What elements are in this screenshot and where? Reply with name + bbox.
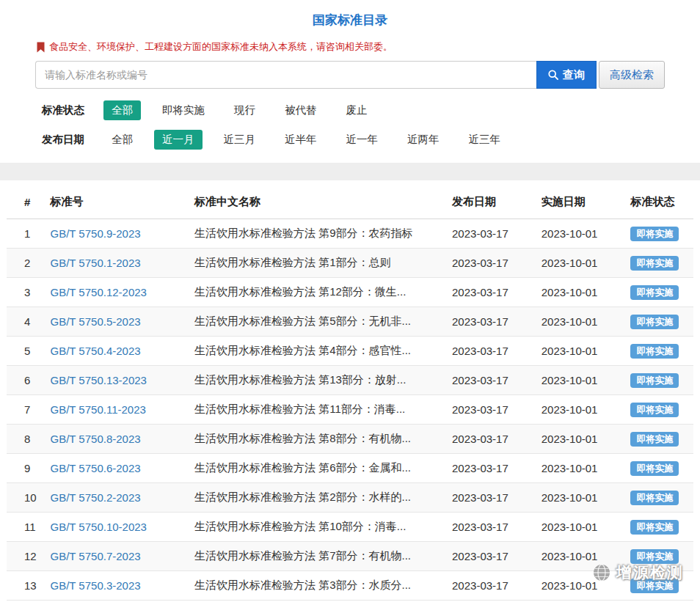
standard-name: 生活饮用水标准检验方法 第13部分：放射... [189,366,446,395]
status-badge: 即将实施 [630,491,679,505]
filter-option[interactable]: 近半年 [277,130,325,150]
publish-date: 2023-03-17 [446,483,536,513]
implement-date: 2023-10-01 [536,366,625,395]
implement-date: 2023-10-01 [536,542,625,571]
status-badge: 即将实施 [630,373,679,388]
status-badge: 即将实施 [630,227,679,241]
filter-option[interactable]: 近三月 [216,130,264,150]
implement-date: 2023-10-01 [536,483,625,513]
table-row: 5 GB/T 5750.4-2023 生活饮用水标准检验方法 第4部分：感官性.… [7,337,693,366]
implement-date: 2023-10-01 [536,425,625,454]
publish-date: 2023-03-17 [446,542,536,571]
publish-date: 2023-03-17 [446,219,536,249]
standard-name: 生活饮用水标准检验方法 第5部分：无机非... [189,307,446,337]
search-icon [548,70,558,80]
publish-date: 2023-03-17 [446,337,536,366]
bookmark-icon [37,42,45,53]
standard-name: 生活饮用水标准检验方法 第9部分：农药指标 [189,219,446,249]
filter-option[interactable]: 现行 [226,100,263,120]
row-index: 8 [7,425,44,454]
implement-date: 2023-10-01 [536,307,625,337]
filter-option[interactable]: 近一月 [154,130,203,150]
standard-name: 生活饮用水标准检验方法 第12部分：微生... [189,278,446,307]
publish-date: 2023-03-17 [446,249,536,278]
filter-option[interactable]: 全部 [103,100,141,120]
implement-date: 2023-10-01 [536,249,625,278]
publish-date: 2023-03-17 [446,278,536,307]
table-row: 6 GB/T 5750.13-2023 生活饮用水标准检验方法 第13部分：放射… [7,366,693,395]
filter-option[interactable]: 废止 [338,100,376,120]
standard-code-link[interactable]: GB/T 5750.5-2023 [50,315,140,328]
row-index: 12 [7,542,44,571]
filter-option[interactable]: 近两年 [399,130,448,150]
table-row: 11 GB/T 5750.10-2023 生活饮用水标准检验方法 第10部分：消… [7,513,693,542]
standard-name: 生活饮用水标准检验方法 第7部分：有机物... [189,542,446,571]
standard-name: 生活饮用水标准检验方法 第11部分：消毒... [189,395,446,425]
status-badge: 即将实施 [630,256,679,271]
row-index: 3 [7,278,44,307]
status-badge: 即将实施 [630,520,679,535]
header-standard-code: 标准号 [44,183,189,219]
standard-code-link[interactable]: GB/T 5750.12-2023 [50,286,146,298]
search-input[interactable] [35,61,536,89]
standard-code-link[interactable]: GB/T 5750.11-2023 [50,403,145,416]
standard-name: 生活饮用水标准检验方法 第6部分：金属和... [189,454,446,483]
header-publish-date: 发布日期 [446,183,536,219]
advanced-search-button[interactable]: 高级检索 [599,61,665,89]
table-row: 12 GB/T 5750.7-2023 生活饮用水标准检验方法 第7部分：有机物… [7,542,693,571]
publish-date: 2023-03-17 [446,513,536,542]
standard-code-link[interactable]: GB/T 5750.6-2023 [50,462,140,474]
table-body: 1 GB/T 5750.9-2023 生活饮用水标准检验方法 第9部分：农药指标… [7,219,693,601]
status-badge: 即将实施 [630,315,679,329]
status-badge: 即将实施 [630,403,679,417]
implement-date: 2023-10-01 [536,454,625,483]
table-row: 1 GB/T 5750.9-2023 生活饮用水标准检验方法 第9部分：农药指标… [7,219,693,249]
standard-code-link[interactable]: GB/T 5750.9-2023 [50,227,140,240]
filter-option[interactable]: 即将实施 [154,100,213,120]
standards-table: # 标准号 标准中文名称 发布日期 实施日期 标准状态 1 GB/T 5750.… [7,183,693,601]
header-status: 标准状态 [624,183,693,219]
publish-date: 2023-03-17 [446,307,536,337]
row-index: 11 [7,513,44,542]
filter-option[interactable]: 近三年 [461,130,509,150]
standard-code-link[interactable]: GB/T 5750.8-2023 [50,433,140,445]
standard-code-link[interactable]: GB/T 5750.13-2023 [50,374,146,386]
status-badge: 即将实施 [630,461,679,476]
table-row: 10 GB/T 5750.2-2023 生活饮用水标准检验方法 第2部分：水样的… [7,483,693,513]
table-row: 2 GB/T 5750.1-2023 生活饮用水标准检验方法 第1部分：总则 2… [7,249,693,278]
filter-label-date: 发布日期 [42,133,84,147]
table-row: 7 GB/T 5750.11-2023 生活饮用水标准检验方法 第11部分：消毒… [7,395,693,425]
row-index: 7 [7,395,44,425]
standard-name: 生活饮用水标准检验方法 第1部分：总则 [189,249,446,278]
search-panel: 国家标准目录 食品安全、环境保护、工程建设方面的国家标准未纳入本系统，请咨询相关… [0,0,700,163]
table-row: 3 GB/T 5750.12-2023 生活饮用水标准检验方法 第12部分：微生… [7,278,693,307]
filter-option[interactable]: 被代替 [277,100,325,120]
implement-date: 2023-10-01 [536,219,625,249]
filter-label-status: 标准状态 [42,103,84,117]
page-title: 国家标准目录 [0,12,700,29]
publish-date: 2023-03-17 [446,395,536,425]
standards-table-panel: # 标准号 标准中文名称 发布日期 实施日期 标准状态 1 GB/T 5750.… [0,180,700,602]
implement-date: 2023-10-01 [536,571,625,601]
standard-code-link[interactable]: GB/T 5750.3-2023 [50,579,140,592]
standard-code-link[interactable]: GB/T 5750.7-2023 [50,550,140,562]
standard-code-link[interactable]: GB/T 5750.1-2023 [50,257,140,269]
status-badge: 即将实施 [630,344,679,359]
header-index: # [7,183,44,219]
filter-option[interactable]: 全部 [103,130,141,150]
table-row: 4 GB/T 5750.5-2023 生活饮用水标准检验方法 第5部分：无机非.… [7,307,693,337]
standard-code-link[interactable]: GB/T 5750.2-2023 [50,491,140,504]
search-button[interactable]: 查询 [536,61,597,89]
standard-code-link[interactable]: GB/T 5750.10-2023 [50,521,146,533]
table-row: 9 GB/T 5750.6-2023 生活饮用水标准检验方法 第6部分：金属和.… [7,454,693,483]
standard-code-link[interactable]: GB/T 5750.4-2023 [50,345,140,357]
standard-name: 生活饮用水标准检验方法 第2部分：水样的... [189,483,446,513]
publish-date: 2023-03-17 [446,366,536,395]
publish-date: 2023-03-17 [446,454,536,483]
filter-row-date: 发布日期 全部 近一月 近三月 近半年 近一年 近两年 近三年 [42,130,700,150]
notice-bar: 食品安全、环境保护、工程建设方面的国家标准未纳入本系统，请咨询相关部委。 [37,40,665,54]
filter-options-status: 全部 即将实施 现行 被代替 废止 [103,100,389,120]
implement-date: 2023-10-01 [536,395,625,425]
status-badge: 即将实施 [630,432,679,447]
filter-option[interactable]: 近一年 [338,130,387,150]
